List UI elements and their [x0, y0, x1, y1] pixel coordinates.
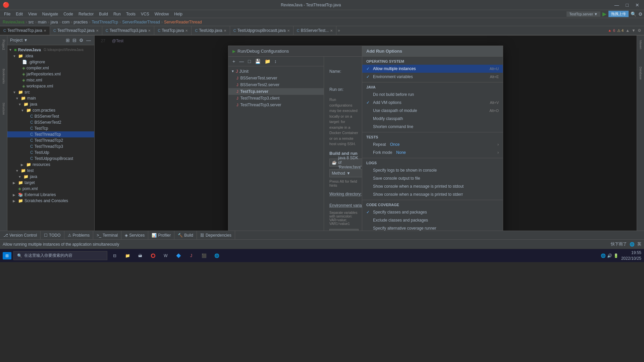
- taskbar-icon-terminal[interactable]: ⬛: [199, 250, 209, 261]
- tree-item-src[interactable]: ▼ 📁 src: [7, 89, 94, 95]
- taskbar-icon-app3[interactable]: W: [160, 250, 171, 261]
- tree-item-bsservertest2[interactable]: C BSServerTest2: [7, 119, 94, 125]
- expand-all-icon[interactable]: ⊞: [65, 37, 70, 44]
- bottom-tab-build[interactable]: 🔨 Build: [174, 231, 197, 239]
- tab-settings-btn[interactable]: ⚙: [638, 28, 641, 33]
- aro-item-specify-classes[interactable]: ✓ Specify classes and packages: [362, 208, 503, 216]
- aro-item-save-console[interactable]: Save console output to file: [362, 174, 503, 182]
- project-tool-icon[interactable]: Project: [1, 38, 6, 51]
- aro-item-env-vars[interactable]: ✓ Environment variables Alt+E: [362, 73, 503, 81]
- taskbar-icon-app4[interactable]: 🔷: [173, 250, 184, 261]
- tree-item-testudpgroupbrocast[interactable]: C TestUdpgroupBrocast: [7, 156, 94, 162]
- maximize-button[interactable]: □: [624, 2, 631, 8]
- tree-item-compracties[interactable]: ▼ 📁 com.practies: [7, 107, 94, 113]
- taskbar-icon-app5[interactable]: J: [186, 250, 197, 261]
- breadcrumb-serverreaderthread2[interactable]: ServerReaderThread: [164, 20, 202, 24]
- battery-icon[interactable]: 🔋: [613, 253, 619, 258]
- tree-item-testtcp[interactable]: C TestTcp: [7, 125, 94, 131]
- config-item-testtcp[interactable]: J TestTcp.server: [228, 88, 324, 95]
- aro-item-repeat[interactable]: Repeat Once ›: [362, 140, 503, 148]
- bottom-tab-dependencies[interactable]: ⛓ Dependencies: [197, 231, 235, 239]
- tab-testthreadtcp3[interactable]: C TestThreadTcp3.java ✕: [102, 26, 155, 35]
- taskbar-icon-browser[interactable]: 🌐: [211, 250, 222, 261]
- config-item-bsservertest2[interactable]: J BSServerTest2.server: [228, 81, 324, 88]
- tree-item-scratches[interactable]: ▶ 📁 Scratches and Consoles: [7, 198, 94, 204]
- tab-testtcp[interactable]: C TestTcp.java ✕: [154, 26, 192, 35]
- aro-item-add-vm[interactable]: ✓ Add VM options Alt+V: [362, 99, 503, 107]
- menu-window[interactable]: Window: [152, 11, 172, 17]
- tab-close-testthreadtcp3[interactable]: ✕: [148, 29, 151, 33]
- upload-button[interactable]: 拖拽上传: [608, 11, 629, 17]
- breadcrumb-practies[interactable]: practies: [73, 20, 88, 24]
- aro-item-show-console-stderr[interactable]: Show console when a message is printed t…: [362, 190, 503, 198]
- aro-item-specify-logs[interactable]: Specify logs to be shown in console: [362, 166, 503, 174]
- breadcrumb-testthreadtcp[interactable]: TestThreadTcp: [92, 20, 118, 24]
- editor-area[interactable]: 27 @Test ▶ Run/Debug Configurations ✕: [95, 36, 637, 231]
- config-item-testthreadtcp3client[interactable]: J TestThreadTcp3.client: [228, 95, 324, 102]
- method-select[interactable]: Method ▼: [329, 169, 363, 177]
- run-config-selector[interactable]: TestTcp.server ▼: [567, 11, 600, 17]
- breadcrumb-java[interactable]: java: [51, 20, 58, 24]
- aro-item-shorten-cmd[interactable]: Shorten command line: [362, 123, 503, 131]
- junit-tree-arrow[interactable]: ▼: [231, 69, 234, 73]
- aro-item-show-console-stdout[interactable]: Show console when a message is printed t…: [362, 182, 503, 190]
- tree-item-testthreadtcp2[interactable]: C TestThreadTcp2: [7, 137, 94, 143]
- tab-close-testthreadtcp2[interactable]: ✕: [96, 29, 99, 33]
- aro-item-exclude-classes[interactable]: Exclude classes and packages: [362, 216, 503, 224]
- bottom-tab-terminal[interactable]: >_ Terminal: [93, 231, 121, 239]
- aro-item-allow-multiple-instances[interactable]: ✓ Allow multiple instances Alt+U: [362, 65, 503, 73]
- save-config-button[interactable]: 💾: [254, 58, 262, 65]
- menu-run[interactable]: Run: [111, 11, 123, 17]
- bookmarks-icon[interactable]: Bookmarks: [1, 67, 6, 85]
- close-button[interactable]: ✕: [633, 2, 641, 8]
- breadcrumb-com[interactable]: com: [62, 20, 70, 24]
- menu-navigate[interactable]: Navigate: [40, 11, 61, 17]
- taskbar-icon-app2[interactable]: ⭕: [148, 250, 158, 261]
- tree-item-target[interactable]: ▶ 📁 target: [7, 180, 94, 186]
- config-item-testthreadtcp3server[interactable]: J TestThreadTcp3.server: [228, 102, 324, 108]
- structure-icon[interactable]: Structure: [1, 101, 6, 116]
- tab-close-testtcp[interactable]: ✕: [185, 29, 188, 33]
- config-item-bsservertest[interactable]: J BSServerTest.server: [228, 75, 324, 81]
- network-icon[interactable]: 🌐: [601, 253, 606, 258]
- maven-tab[interactable]: Maven: [638, 38, 643, 51]
- bottom-tab-version-control[interactable]: ⎇ Version Control: [0, 231, 41, 239]
- add-config-button[interactable]: +: [231, 58, 236, 65]
- settings-button[interactable]: ⚙: [638, 11, 643, 17]
- breadcrumb-serverreaderthread[interactable]: ServerReaderThread: [122, 20, 160, 24]
- tree-item-bsservertest[interactable]: C BSServerTest: [7, 113, 94, 119]
- tree-item-reviewjava[interactable]: ▼ ■ ReviewJava G:\ideaproject\ReviewJava: [7, 47, 94, 53]
- menu-build[interactable]: Build: [96, 11, 111, 17]
- bottom-tab-problems[interactable]: ⚠ Problems: [64, 231, 94, 239]
- tree-item-jarrepo[interactable]: ◈ jarRepositories.xml: [7, 71, 94, 77]
- minimize-button[interactable]: —: [612, 2, 621, 8]
- menu-view[interactable]: View: [25, 11, 40, 17]
- close-sidebar-icon[interactable]: —: [86, 37, 92, 44]
- aro-item-modify-classpath[interactable]: Modify classpath: [362, 115, 503, 123]
- aro-item-fork-mode[interactable]: Fork mode None ›: [362, 148, 503, 157]
- scroll-up-btn[interactable]: ▲: [626, 28, 630, 33]
- gear-icon[interactable]: ⚙: [78, 37, 84, 44]
- aro-item-alt-coverage-runner[interactable]: Specify alternative coverage runner: [362, 224, 503, 231]
- tab-close-testudpgroupbrocastt[interactable]: ✕: [287, 29, 290, 33]
- tree-item-misc[interactable]: ◈ misc.xml: [7, 77, 94, 83]
- folder-config-button[interactable]: 📁: [263, 58, 272, 65]
- bottom-tab-todo[interactable]: ☐ TODO: [41, 231, 64, 239]
- tree-item-workspace[interactable]: ◈ workspace.xml: [7, 83, 94, 89]
- menu-code[interactable]: Code: [61, 11, 76, 17]
- tree-item-main[interactable]: ▼ 📁 main: [7, 95, 94, 101]
- breadcrumb-project[interactable]: ReviewJava: [3, 20, 24, 24]
- sort-config-button[interactable]: ↕: [273, 58, 278, 65]
- copy-config-button[interactable]: □: [247, 58, 252, 65]
- bottom-tab-services[interactable]: ◈ Services: [121, 231, 148, 239]
- tab-close-testudp[interactable]: ✕: [224, 29, 226, 33]
- tab-testudp[interactable]: C TestUdp.java ✕: [192, 26, 230, 35]
- tree-item-testudp[interactable]: C TestUdp: [7, 149, 94, 156]
- taskbar-icon-task-view[interactable]: ⊟: [109, 250, 120, 261]
- tab-testthreadtcp[interactable]: C TestThreadTcp.java ✕: [0, 26, 50, 35]
- aro-item-no-build[interactable]: Do not build before run: [362, 90, 503, 99]
- tree-item-idea[interactable]: ▼ 📁 .idea: [7, 53, 94, 59]
- menu-refactor[interactable]: Refactor: [76, 11, 96, 17]
- tab-bsservertest[interactable]: C BSServerTest... ✕: [293, 26, 336, 35]
- scroll-down-btn[interactable]: ▼: [632, 28, 636, 33]
